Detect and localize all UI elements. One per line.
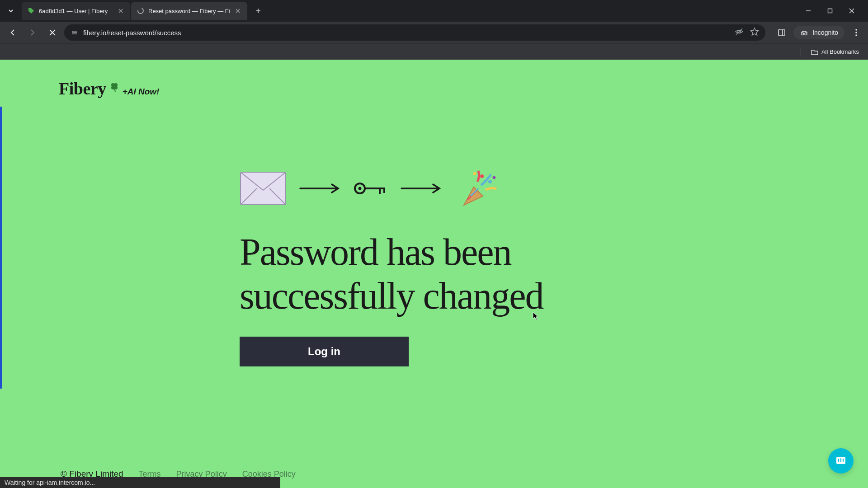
all-bookmarks-label: All Bookmarks — [821, 48, 859, 55]
tab-bar: 6ad8d3d1 — User | Fibery Reset password … — [0, 0, 868, 22]
svg-point-18 — [473, 172, 476, 175]
svg-point-7 — [855, 32, 857, 33]
browser-menu-button[interactable] — [849, 25, 863, 40]
close-window-button[interactable] — [844, 4, 859, 18]
svg-rect-1 — [828, 9, 832, 13]
logo[interactable]: Fibery +AI Now! — [59, 79, 159, 99]
url-bar[interactable]: fibery.io/reset-password/success — [64, 24, 765, 41]
logo-text: Fibery — [59, 79, 106, 99]
minimize-button[interactable] — [801, 4, 816, 18]
site-info-icon[interactable] — [71, 28, 79, 37]
eye-off-icon[interactable] — [735, 27, 744, 38]
fibery-favicon-icon — [27, 7, 35, 15]
envelope-icon — [240, 171, 287, 206]
hero-section: Password has been successfully changed L… — [240, 168, 633, 366]
page-content: Fibery +AI Now! — [0, 60, 868, 488]
close-icon[interactable] — [117, 7, 125, 15]
tab-title: 6ad8d3d1 — User | Fibery — [39, 8, 113, 14]
side-panel-button[interactable] — [774, 25, 789, 40]
all-bookmarks-button[interactable]: All Bookmarks — [808, 47, 862, 57]
svg-rect-5 — [778, 30, 785, 35]
forward-button[interactable] — [24, 24, 41, 41]
party-popper-icon — [455, 168, 500, 209]
browser-chrome: 6ad8d3d1 — User | Fibery Reset password … — [0, 0, 868, 60]
svg-point-3 — [72, 33, 73, 34]
clover-icon — [109, 82, 120, 95]
browser-status-bar: Waiting for api-iam.intercom.io... — [0, 477, 280, 488]
nav-bar: fibery.io/reset-password/success Incogni… — [0, 22, 868, 43]
selection-highlight — [0, 107, 2, 389]
login-button-label: Log in — [308, 345, 340, 358]
bookmarks-bar: All Bookmarks — [0, 43, 868, 60]
svg-point-15 — [359, 187, 362, 190]
intercom-chat-button[interactable] — [828, 448, 854, 474]
incognito-label: Incognito — [812, 29, 838, 36]
svg-point-17 — [488, 180, 492, 183]
svg-point-2 — [72, 31, 73, 32]
svg-point-16 — [480, 174, 484, 178]
maximize-button[interactable] — [823, 4, 837, 18]
new-tab-button[interactable] — [251, 4, 265, 18]
page-heading: Password has been successfully changed — [240, 230, 633, 318]
svg-rect-19 — [492, 176, 496, 179]
status-text: Waiting for api-iam.intercom.io... — [5, 479, 95, 486]
arrow-right-icon — [401, 183, 442, 193]
ai-now-tagline: +AI Now! — [123, 87, 160, 97]
url-text: fibery.io/reset-password/success — [83, 29, 730, 37]
back-button[interactable] — [5, 24, 21, 41]
divider — [801, 47, 801, 56]
svg-point-6 — [855, 29, 857, 31]
bookmark-star-icon[interactable] — [750, 27, 759, 38]
svg-point-8 — [855, 34, 857, 36]
loading-spinner-icon — [137, 7, 145, 15]
tab-search-button[interactable] — [4, 4, 18, 18]
key-icon — [354, 179, 388, 197]
stop-reload-button[interactable] — [44, 24, 61, 41]
svg-point-0 — [138, 8, 143, 14]
browser-tab-1[interactable]: Reset password — Fibery — Fi — [131, 2, 247, 20]
arrow-right-icon — [299, 183, 341, 193]
login-button[interactable]: Log in — [240, 337, 409, 366]
browser-tab-0[interactable]: 6ad8d3d1 — User | Fibery — [22, 2, 130, 20]
close-icon[interactable] — [234, 7, 242, 15]
incognito-badge[interactable]: Incognito — [793, 26, 844, 39]
tab-title: Reset password — Fibery — Fi — [148, 8, 230, 14]
progress-icons — [240, 168, 633, 209]
window-controls — [801, 4, 864, 18]
